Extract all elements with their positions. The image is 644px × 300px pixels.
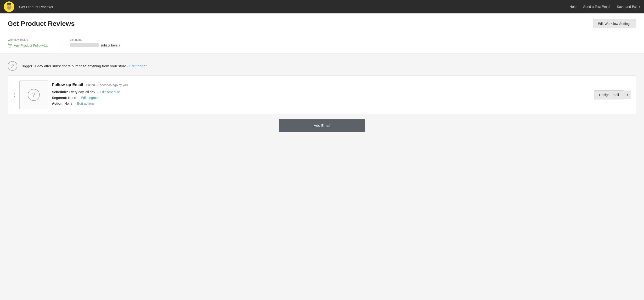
question-mark-icon: ? — [28, 89, 40, 101]
edited-timestamp: Edited 35 seconds ago by you — [86, 83, 128, 87]
page-header: Get Product Reviews Edit Workflow Settin… — [0, 14, 644, 34]
edit-workflow-settings-button[interactable]: Edit Workflow Settings — [593, 19, 636, 28]
svg-point-9 — [9, 47, 10, 48]
schedule-value: Every day, all day — [69, 90, 95, 94]
trigger-icon — [8, 61, 17, 71]
segment-label: Segment: — [52, 96, 67, 100]
list-suffix: subscribers ) — [100, 43, 120, 47]
list-info-section: List name subscribers ) — [62, 34, 644, 53]
trigger-row: Trigger: 1 day after subscribers purchas… — [8, 61, 636, 71]
nav-workflow-name: Get Product Reviews — [19, 5, 570, 9]
workflow-info-bar: Workflow recipe Any Product Follow-Up Li… — [0, 34, 644, 54]
dots-menu[interactable] — [13, 92, 16, 98]
schedule-label: Schedule: — [52, 90, 68, 94]
action-row: Action: None · Edit actions — [52, 102, 590, 105]
add-email-button[interactable]: Add Email — [279, 119, 365, 132]
svg-rect-8 — [8, 3, 11, 4]
svg-point-10 — [10, 47, 11, 48]
help-link[interactable]: Help — [570, 5, 576, 9]
mailchimp-logo[interactable] — [4, 2, 14, 12]
svg-point-6 — [10, 6, 10, 7]
send-test-email-link[interactable]: Send a Test Email — [583, 5, 610, 9]
workflow-recipe-section: Workflow recipe Any Product Follow-Up — [0, 34, 62, 53]
email-type-label: Follow-up Email — [52, 82, 83, 87]
email-thumbnail: ? — [20, 81, 48, 109]
design-email-dropdown-button[interactable]: ▾ — [624, 91, 631, 99]
schedule-separator: · — [97, 90, 98, 94]
segment-separator: · — [78, 96, 79, 100]
list-value: subscribers ) — [70, 43, 636, 47]
workflow-recipe-label: Workflow recipe — [8, 38, 54, 42]
action-separator: · — [74, 102, 75, 105]
list-name-placeholder — [70, 43, 99, 47]
edit-segment-link[interactable]: Edit segment — [81, 96, 100, 100]
action-value: None — [64, 102, 72, 105]
recipe-name-text: Any Product Follow-Up — [14, 44, 48, 48]
segment-value: None — [68, 96, 76, 100]
segment-row: Segment: None · Edit segment — [52, 96, 590, 100]
workflow-recipe-name: Any Product Follow-Up — [8, 43, 54, 48]
svg-point-5 — [8, 6, 8, 7]
trigger-text: Trigger: 1 day after subscribers purchas… — [21, 64, 147, 68]
schedule-row: Schedule: Every day, all day · Edit sche… — [52, 90, 590, 94]
dot-2 — [14, 94, 14, 95]
dot-1 — [14, 93, 14, 94]
edit-actions-link[interactable]: Edit actions — [77, 102, 94, 105]
main-content: Trigger: 1 day after subscribers purchas… — [0, 54, 644, 300]
page-title: Get Product Reviews — [8, 20, 75, 28]
dot-3 — [14, 96, 14, 97]
design-email-button[interactable]: Design Email — [594, 90, 624, 99]
edit-trigger-link[interactable]: Edit trigger — [129, 64, 147, 68]
top-navigation: Get Product Reviews Help Send a Test Ema… — [0, 0, 644, 14]
save-exit-caret-icon: ▾ — [639, 6, 640, 8]
edit-schedule-link[interactable]: Edit schedule — [100, 90, 120, 94]
add-email-section: Add Email — [8, 119, 636, 132]
pencil-icon — [10, 64, 15, 68]
email-details: Follow-up Email Edited 35 seconds ago by… — [52, 82, 590, 107]
email-header: Follow-up Email Edited 35 seconds ago by… — [52, 82, 590, 87]
email-card: ? Follow-up Email Edited 35 seconds ago … — [8, 76, 636, 114]
trigger-description: Trigger: 1 day after subscribers purchas… — [21, 64, 128, 68]
save-and-exit-button[interactable]: Save and Exit ▾ — [617, 5, 640, 9]
nav-links: Help Send a Test Email Save and Exit ▾ — [570, 5, 640, 9]
action-label: Action: — [52, 102, 64, 105]
design-email-button-group: Design Email ▾ — [594, 90, 631, 99]
cart-icon — [8, 43, 12, 48]
list-name-label: List name — [70, 38, 636, 42]
